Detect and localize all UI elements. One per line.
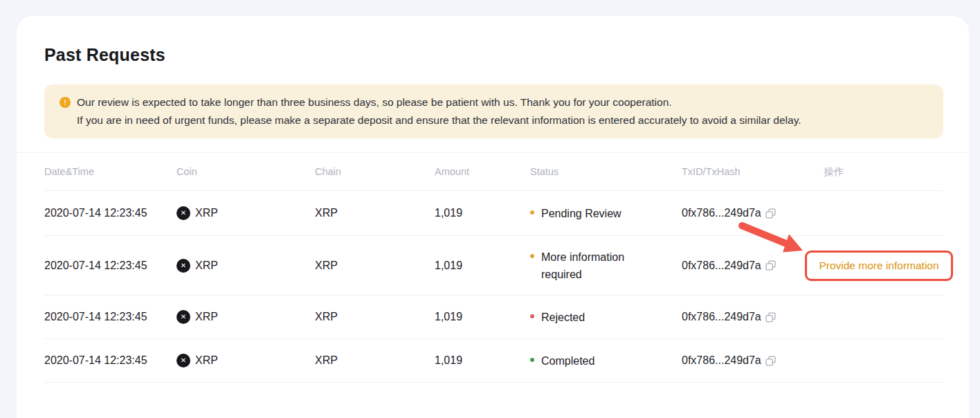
cell-coin: ✕ XRP [176,206,315,220]
txid-value: 0fx786...249d7a [682,260,761,272]
coin-label: XRP [195,311,218,323]
status-label: More information required [541,248,639,283]
status-dot [530,358,534,362]
provide-more-information-label[interactable]: Provide more information [819,260,938,272]
coin-label: XRP [195,207,218,219]
status-label: Pending Review [541,205,621,222]
cell-chain: XRP [315,354,435,367]
cell-action: Provide more information [824,251,943,281]
cell-datetime: 2020-07-14 12:23:45 [44,207,176,219]
notice-line-2: If you are in need of urgent funds, plea… [60,111,929,129]
cell-txid: 0fx786...249d7a [682,354,824,367]
status-dot [530,210,534,215]
cell-status: Pending Review [530,205,682,222]
xrp-coin-icon: ✕ [176,259,190,273]
cell-txid: 0fx786...249d7a [682,311,824,323]
copy-icon[interactable] [765,312,776,322]
status-label: Completed [541,352,595,370]
cell-status: Completed [530,352,682,370]
header-coin: Coin [176,166,315,177]
cell-status: Rejected [530,309,682,326]
cell-amount: 1,019 [435,260,530,272]
header-txid: TxID/TxHash [682,166,824,177]
header-status: Status [530,166,682,177]
xrp-coin-icon: ✕ [176,310,190,324]
txid-value: 0fx786...249d7a [682,207,761,219]
header-date-time: Date&Time [44,166,176,177]
cell-datetime: 2020-07-14 12:23:45 [44,311,176,323]
cell-chain: XRP [315,311,435,323]
cell-coin: ✕ XRP [176,310,315,324]
header-amount: Amount [435,166,530,177]
cell-datetime: 2020-07-14 12:23:45 [44,354,176,367]
cell-txid: 0fx786...249d7a [682,260,824,272]
txid-value: 0fx786...249d7a [682,311,761,323]
notice-line-1: Our review is expected to take longer th… [77,93,672,111]
cell-amount: 1,019 [435,207,530,219]
header-action: 操作 [824,165,943,179]
header-chain: Chain [315,166,435,177]
table-row: 2020-07-14 12:23:45 ✕ XRP XRP 1,019 Comp… [44,339,943,383]
cell-chain: XRP [315,207,435,219]
table-row: 2020-07-14 12:23:45 ✕ XRP XRP 1,019 Pend… [44,191,943,236]
txid-value: 0fx786...249d7a [682,354,761,367]
past-requests-card: Past Requests ! Our review is expected t… [17,16,969,418]
notice-banner: ! Our review is expected to take longer … [44,84,943,138]
copy-icon[interactable] [765,260,776,271]
cell-status: More information required [530,248,682,283]
warning-icon: ! [60,97,71,108]
status-dot [530,314,534,318]
xrp-coin-icon: ✕ [176,206,190,220]
table-row: 2020-07-14 12:23:45 ✕ XRP XRP 1,019 Reje… [44,296,943,339]
cell-chain: XRP [315,260,435,272]
cell-amount: 1,019 [435,354,530,367]
cell-coin: ✕ XRP [176,259,315,273]
coin-label: XRP [195,260,218,272]
cell-amount: 1,019 [435,311,530,323]
cell-datetime: 2020-07-14 12:23:45 [44,260,176,272]
cell-coin: ✕ XRP [176,354,315,367]
cell-txid: 0fx786...249d7a [682,207,824,219]
copy-icon[interactable] [765,356,776,366]
copy-icon[interactable] [765,208,776,219]
status-dot [530,254,534,258]
table-row: 2020-07-14 12:23:45 ✕ XRP XRP 1,019 More… [44,236,943,296]
provide-more-information-button[interactable]: Provide more information [805,251,953,281]
table-header-row: Date&Time Coin Chain Amount Status TxID/… [44,153,943,191]
status-label: Rejected [541,309,585,326]
coin-label: XRP [195,354,218,367]
xrp-coin-icon: ✕ [176,354,190,367]
page-title: Past Requests [44,45,943,65]
